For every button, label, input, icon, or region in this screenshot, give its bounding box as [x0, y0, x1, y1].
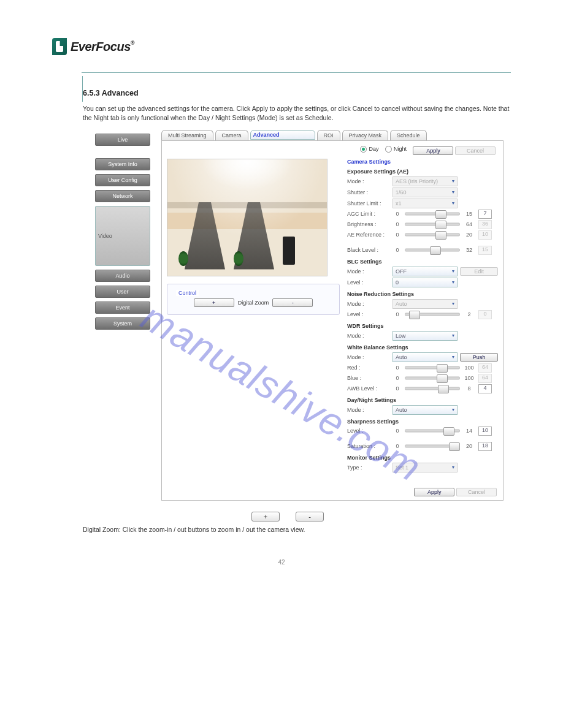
wb-blue-slider[interactable]: [405, 374, 460, 382]
instruction-plus-sample: +: [251, 512, 280, 521]
cancel-button-top[interactable]: Cancel: [455, 146, 496, 155]
settings-panel: Day Night Apply Cancel Control: [161, 140, 504, 501]
blc-mode-select[interactable]: OFF▾: [393, 267, 458, 276]
black-level-value: 15: [478, 246, 492, 255]
day-night-row: Day Night Apply Cancel: [167, 145, 498, 159]
brightness-value: 36: [478, 220, 492, 229]
tab-roi[interactable]: ROI: [317, 130, 340, 140]
wb-mode: Mode :Auto▾Push: [347, 352, 498, 362]
page-number: 42: [52, 559, 511, 566]
chevron-down-icon: ▾: [452, 333, 454, 338]
settings-column: Camera SettingsExposure Settings (AE)Mod…: [347, 159, 498, 474]
exposure-mode-select: AES (Iris Priority)▾: [393, 176, 458, 186]
blc-edit-button[interactable]: Edit: [460, 267, 498, 276]
wb-push-button[interactable]: Push: [460, 353, 498, 362]
brand-logo-mark: [52, 38, 67, 55]
tab-advanced[interactable]: Advanced: [250, 130, 315, 140]
ae-reference-slider[interactable]: [405, 231, 460, 238]
nr-level: Level :020: [347, 310, 498, 319]
black-level-slider[interactable]: [405, 246, 460, 254]
wb-red: Red :010064: [347, 363, 498, 373]
daynight-mode-select[interactable]: Auto▾: [393, 405, 458, 415]
radio-day[interactable]: Day: [360, 146, 378, 153]
ae-reference: AE Reference :02010: [347, 230, 498, 240]
header-rule: [82, 72, 511, 73]
sidebar-item-video[interactable]: Video: [95, 206, 150, 266]
control-legend: Control: [176, 290, 199, 296]
sidebar-item-audio[interactable]: Audio: [95, 270, 150, 282]
tab-privacy-mask[interactable]: Privacy Mask: [342, 130, 389, 140]
monitor-type: Type :Set 1▾: [347, 463, 498, 472]
sidebar-item-user-config[interactable]: User Config: [95, 174, 150, 186]
exposure-mode: Mode :AES (Iris Priority)▾: [347, 176, 498, 186]
sharpness-level-value[interactable]: 10: [478, 427, 492, 436]
exposure-shutter: Shutter :1/60▾: [347, 188, 498, 197]
black-level: Black Level :03215: [347, 246, 498, 255]
agc-limit: AGC Limit :0157: [347, 210, 498, 219]
tab-schedule[interactable]: Schedule: [390, 130, 427, 140]
brightness-slider[interactable]: [405, 221, 460, 228]
brightness: Brightness :06436: [347, 220, 498, 229]
awb-level-value[interactable]: 4: [478, 384, 492, 393]
wdr-mode: Mode :Low▾: [347, 331, 498, 341]
exposure-shutter-select: 1/60▾: [393, 188, 458, 197]
wb-blue-value: 64: [478, 374, 492, 383]
chevron-down-icon: ▾: [452, 279, 454, 285]
instruction-minus-sample: -: [296, 512, 324, 521]
chevron-down-icon: ▾: [452, 178, 454, 184]
camera-preview: [167, 159, 327, 276]
wdr-mode-select[interactable]: Low▾: [393, 331, 458, 341]
sharpness-level: Level :01410: [347, 427, 498, 436]
blc-mode: Mode :OFF▾Edit: [347, 267, 498, 276]
brand-logo: EverFocus®: [52, 38, 511, 55]
tab-multi-streaming[interactable]: Multi Streaming: [161, 130, 213, 140]
awb-level: AWB Level :084: [347, 384, 498, 393]
zoom-label: Digital Zoom: [238, 300, 269, 306]
wb-red-slider[interactable]: [405, 364, 460, 371]
sidebar-nav: LiveSystem InfoUser ConfigNetworkVideoAu…: [95, 130, 150, 330]
wb-mode-select[interactable]: Auto▾: [393, 352, 458, 362]
nr-mode-select: Auto▾: [393, 299, 458, 309]
tab-camera[interactable]: Camera: [215, 130, 248, 140]
agc-limit-value[interactable]: 7: [478, 210, 492, 219]
main-area: Multi StreamingCameraAdvancedROIPrivacy …: [161, 130, 504, 501]
chevron-down-icon: ▾: [452, 354, 454, 360]
wb-blue: Blue :010064: [347, 374, 498, 383]
sidebar-item-live[interactable]: Live: [95, 134, 150, 146]
control-box: Control + Digital Zoom -: [167, 284, 340, 315]
ae-reference-value: 10: [478, 230, 492, 240]
apply-button-top[interactable]: Apply: [413, 146, 453, 155]
zoom-out-button[interactable]: -: [272, 298, 313, 307]
sidebar-item-network[interactable]: Network: [95, 190, 150, 202]
saturation: Saturation :02018: [347, 442, 498, 451]
exposure-shutter-limit-select: x1▾: [393, 199, 458, 208]
sidebar-item-event[interactable]: Event: [95, 301, 150, 314]
sidebar-item-system-info[interactable]: System Info: [95, 158, 150, 170]
sidebar-item-user[interactable]: User: [95, 286, 150, 298]
chevron-down-icon: ▾: [452, 268, 454, 274]
radio-night[interactable]: Night: [385, 146, 407, 153]
exposure-shutter-limit: Shutter Limit :x1▾: [347, 199, 498, 208]
nr-level-slider[interactable]: [405, 311, 460, 318]
cancel-button-bottom[interactable]: Cancel: [456, 488, 497, 496]
blc-level-select[interactable]: 0▾: [393, 278, 458, 287]
nr-level-value: 0: [478, 310, 492, 319]
daynight-mode: Mode :Auto▾: [347, 405, 498, 415]
sidebar-item-system[interactable]: System: [95, 317, 150, 330]
wb-red-value: 64: [478, 363, 492, 373]
chevron-down-icon: ▾: [452, 189, 454, 195]
zoom-in-button[interactable]: +: [194, 298, 234, 307]
chevron-down-icon: ▾: [452, 407, 454, 412]
saturation-value[interactable]: 18: [478, 442, 492, 451]
apply-button-bottom[interactable]: Apply: [414, 488, 454, 496]
tab-bar: Multi StreamingCameraAdvancedROIPrivacy …: [161, 130, 504, 140]
blc-level: Level :0▾: [347, 278, 498, 287]
chevron-down-icon: ▾: [452, 200, 454, 206]
instruction-text: Digital Zoom: Click the zoom-in / out bu…: [83, 525, 511, 535]
saturation-slider[interactable]: [405, 442, 460, 450]
agc-limit-slider[interactable]: [405, 210, 460, 218]
brand-logo-text: EverFocus®: [71, 40, 134, 54]
chevron-down-icon: ▾: [452, 464, 454, 470]
awb-level-slider[interactable]: [405, 385, 460, 392]
sharpness-level-slider[interactable]: [405, 427, 460, 434]
